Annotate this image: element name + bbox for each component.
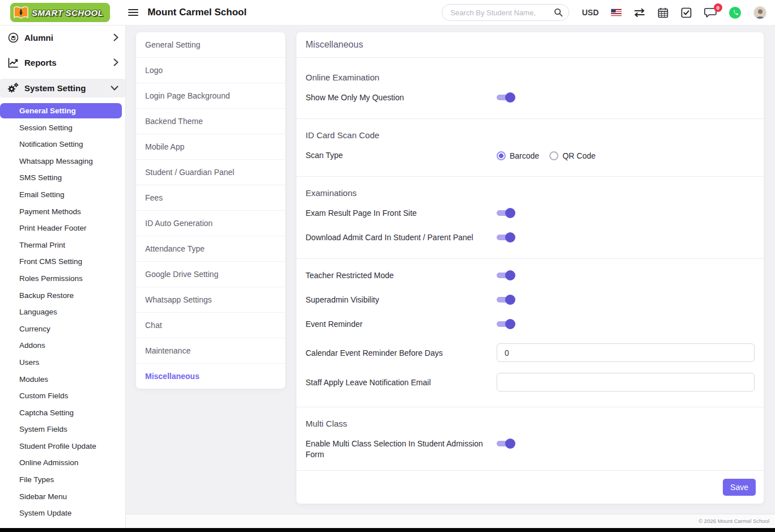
section-heading: Examinations	[306, 188, 755, 198]
sidebar-subitem-label: Custom Fields	[19, 391, 68, 400]
sidebar-subitem[interactable]: Session Setting	[0, 120, 125, 137]
chat-icon[interactable]: 0	[704, 7, 717, 18]
hamburger-icon[interactable]	[128, 8, 138, 16]
sidebar-subitem[interactable]: Thermal Print	[0, 237, 125, 254]
card-title: Miscellaneous	[297, 32, 764, 58]
radio-label: QR Code	[562, 151, 595, 160]
sidebar-subitem[interactable]: Captcha Setting	[0, 405, 125, 422]
settings-tab[interactable]: Fees	[136, 185, 285, 211]
sidebar-item-alumni[interactable]: Alumni	[0, 29, 125, 46]
toggle-switch[interactable]	[497, 92, 514, 103]
setting-row: Event Reminder	[306, 319, 755, 330]
sidebar-subitem[interactable]: Sidebar Menu	[0, 488, 125, 505]
settings-tab[interactable]: Logo	[136, 58, 285, 83]
save-button[interactable]: Save	[723, 479, 756, 496]
toggle-switch[interactable]	[497, 232, 514, 242]
sidebar-subitem-label: Captcha Setting	[19, 408, 74, 417]
sidebar-subitem[interactable]: Payment Methods	[0, 203, 125, 220]
settings-tab[interactable]: ID Auto Generation	[136, 211, 285, 236]
settings-tab-label: Login Page Background	[145, 91, 230, 100]
sidebar-subitem[interactable]: Currency	[0, 321, 125, 338]
sidebar-subitem[interactable]: Addons	[0, 337, 125, 354]
sidebar-subitem[interactable]: Student Profile Update	[0, 438, 125, 455]
sidebar-item-system-setting[interactable]: System Setting	[0, 79, 125, 97]
radio-option-qr-code[interactable]: QR Code	[549, 151, 595, 160]
language-flag-icon[interactable]	[611, 9, 621, 16]
sidebar-subitem[interactable]: Print Header Footer	[0, 220, 125, 237]
sidebar-subitem[interactable]: Backup Restore	[0, 287, 125, 304]
setting-input[interactable]	[497, 373, 755, 391]
setting-control	[497, 343, 755, 362]
toggle-switch[interactable]	[497, 270, 514, 280]
setting-input[interactable]	[497, 343, 755, 362]
sidebar-item-reports[interactable]: Reports	[0, 54, 125, 71]
system-setting-submenu: General Setting Session Setting Notifica…	[0, 100, 125, 522]
sidebar-subitem-label: Print Header Footer	[19, 224, 87, 232]
toggle-switch[interactable]	[497, 208, 514, 218]
radio-option-barcode[interactable]: Barcode	[497, 151, 539, 160]
settings-tab[interactable]: Chat	[136, 313, 285, 338]
sidebar-subitem-label: SMS Setting	[19, 173, 62, 182]
sidebar-subitem-label: Email Setting	[19, 190, 65, 199]
chat-badge: 0	[714, 3, 722, 12]
sidebar-subitem[interactable]: General Setting	[0, 103, 122, 118]
session-switch-icon[interactable]	[634, 8, 645, 17]
settings-tab-label: Google Drive Setting	[145, 270, 218, 279]
sidebar-subitem[interactable]: Roles Permissions	[0, 270, 125, 287]
toggle-knob	[505, 295, 515, 305]
settings-tab[interactable]: Miscellaneous	[136, 364, 285, 389]
sidebar-subitem[interactable]: SMS Setting	[0, 169, 125, 186]
settings-section: Multi ClassEnable Multi Class Selection …	[306, 419, 755, 460]
settings-tab[interactable]: General Setting	[136, 32, 285, 58]
sidebar-subitem[interactable]: Users	[0, 354, 125, 371]
whatsapp-icon[interactable]	[729, 7, 741, 19]
settings-tab[interactable]: Mobile App	[136, 134, 285, 160]
settings-tab[interactable]: Login Page Background	[136, 83, 285, 109]
section-divider	[297, 176, 764, 177]
settings-section: ID Card Scan CodeScan TypeBarcodeQR Code	[306, 130, 755, 161]
sidebar-subitem[interactable]: Email Setting	[0, 186, 125, 203]
sidebar-subitem[interactable]: Whatsapp Messaging	[0, 153, 125, 170]
sidebar-subitem[interactable]: Notification Setting	[0, 136, 125, 153]
settings-tab[interactable]: Whatsapp Settings	[136, 287, 285, 313]
settings-section: ExaminationsExam Result Page In Front Si…	[306, 188, 755, 243]
chevron-down-icon	[111, 86, 118, 91]
sidebar-subitem[interactable]: System Update	[0, 505, 125, 522]
toggle-switch[interactable]	[497, 295, 514, 305]
user-avatar[interactable]	[753, 6, 766, 19]
app-logo[interactable]: SMART SCHOOL	[10, 3, 110, 22]
chevron-right-icon	[113, 33, 118, 41]
setting-row: Superadmin Visibility	[306, 295, 755, 305]
toggle-switch[interactable]	[497, 319, 514, 329]
search-input[interactable]	[442, 4, 569, 21]
setting-label: Show Me Only My Question	[306, 92, 497, 103]
chevron-right-icon	[113, 58, 118, 66]
sidebar-subitem[interactable]: Languages	[0, 304, 125, 321]
currency-selector[interactable]: USD	[582, 8, 599, 17]
sidebar-subitem[interactable]: Custom Fields	[0, 388, 125, 405]
setting-control	[497, 232, 755, 242]
settings-tab[interactable]: Student / Guardian Panel	[136, 160, 285, 185]
sidebar-subitem[interactable]: Online Admission	[0, 454, 125, 471]
settings-tab-label: Miscellaneous	[145, 372, 200, 381]
calendar-icon[interactable]	[658, 7, 668, 18]
settings-tab[interactable]: Maintenance	[136, 338, 285, 364]
todo-check-icon[interactable]	[681, 7, 692, 18]
sidebar-subitem[interactable]: Modules	[0, 371, 125, 388]
settings-tab[interactable]: Attendance Type	[136, 236, 285, 262]
setting-label: Staff Apply Leave Notification Email	[306, 373, 497, 388]
whatsapp-circle	[729, 7, 741, 19]
setting-row: Staff Apply Leave Notification Email	[306, 373, 755, 391]
sidebar-subitem[interactable]: Front CMS Setting	[0, 253, 125, 270]
sidebar-subitem[interactable]: File Types	[0, 471, 125, 488]
card-footer: Save	[297, 470, 764, 504]
section-divider	[297, 258, 764, 259]
settings-tab[interactable]: Google Drive Setting	[136, 262, 285, 287]
sidebar-subitem-label: System Update	[19, 509, 71, 517]
search-icon[interactable]	[554, 8, 563, 17]
radio-icon	[549, 151, 558, 160]
settings-tab[interactable]: Backend Theme	[136, 109, 285, 134]
sidebar-subitem[interactable]: System Fields	[0, 421, 125, 438]
toggle-switch[interactable]	[497, 439, 514, 449]
settings-tab-label: Whatsapp Settings	[145, 295, 212, 304]
